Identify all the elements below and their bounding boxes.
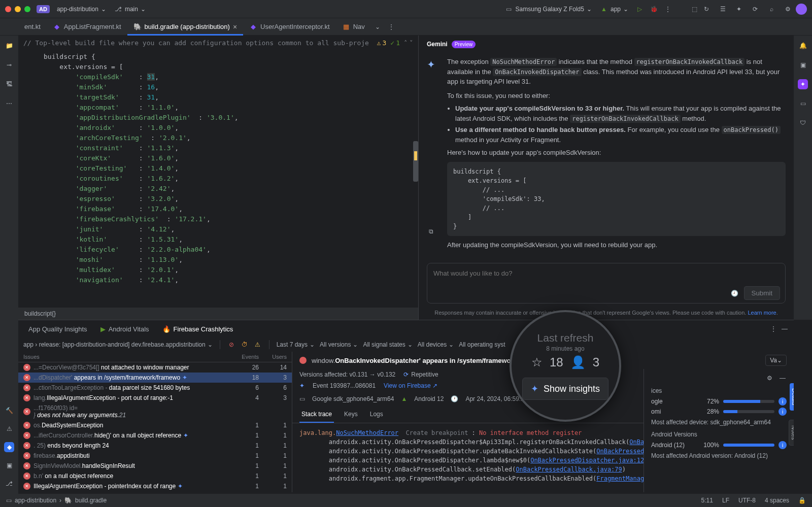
- build-icon[interactable]: 🔨: [4, 405, 14, 416]
- list-icon[interactable]: ☰: [719, 5, 727, 13]
- device-filter[interactable]: All devices ⌄: [418, 341, 454, 348]
- indent[interactable]: 4 spaces: [765, 497, 789, 504]
- check-count[interactable]: ✓1: [390, 39, 400, 47]
- info-icon[interactable]: i: [779, 441, 787, 449]
- structure-tool-icon[interactable]: 🏗: [4, 79, 14, 89]
- layout-inspector-icon[interactable]: ▣: [798, 60, 808, 70]
- issue-row[interactable]: ✕b.n' on a null object reference11: [18, 471, 292, 481]
- nav-up[interactable]: ˄: [404, 39, 408, 47]
- project-dropdown[interactable]: app-distribution⌄: [53, 4, 110, 15]
- readonly-icon[interactable]: 🔒: [798, 497, 806, 504]
- avatar[interactable]: [796, 4, 807, 15]
- terminal-icon[interactable]: ▣: [4, 460, 14, 470]
- view-firebase-link[interactable]: View on Firebase ↗: [384, 382, 437, 389]
- commit-tool-icon[interactable]: ⊸: [4, 60, 14, 70]
- panel-minimize[interactable]: —: [781, 325, 789, 333]
- tab-aqi[interactable]: App Quality Insights: [23, 322, 92, 336]
- panel-collapse-icon[interactable]: —: [779, 374, 787, 382]
- maximize-window[interactable]: [24, 6, 30, 12]
- debug-button[interactable]: 🐞: [650, 5, 658, 13]
- learn-more-link[interactable]: Learn more: [748, 310, 776, 316]
- issue-row[interactable]: ✕...dDispatcher' appears in /system/fram…: [18, 373, 292, 383]
- submit-button[interactable]: Submit: [744, 286, 780, 300]
- filter-anr[interactable]: ⚠: [254, 341, 262, 349]
- tab-nav[interactable]: ▦Nav: [336, 18, 371, 36]
- more-tools-icon[interactable]: ⋯: [4, 98, 14, 109]
- tab-keys[interactable]: Keys: [342, 407, 360, 423]
- tab-build-gradle[interactable]: 🐘build.gradle (app-distribution)×: [127, 18, 244, 36]
- info-icon[interactable]: i: [779, 408, 787, 416]
- tab-logs[interactable]: Logs: [368, 407, 385, 423]
- line-ending[interactable]: LF: [722, 497, 729, 504]
- device-manager-icon[interactable]: ▭: [798, 98, 808, 109]
- reload-icon[interactable]: ↻: [702, 5, 710, 13]
- sync-icon[interactable]: ⟳: [751, 5, 759, 13]
- issue-row[interactable]: ✕...ifierCursorController.hide()' on a n…: [18, 430, 292, 441]
- tab-applistfragment[interactable]: ◆AppListFragment.kt: [47, 18, 127, 36]
- more-actions[interactable]: ⋮: [664, 5, 672, 13]
- gemini-input[interactable]: [427, 263, 785, 283]
- issue-row[interactable]: ✕. 25) ends beyond length 2411: [18, 441, 292, 451]
- copy-icon[interactable]: ⧉: [429, 227, 433, 236]
- variant-dropdown[interactable]: Va⌄: [765, 355, 787, 366]
- tabs-more[interactable]: ⋮: [384, 19, 398, 35]
- aqi-icon[interactable]: ◆: [4, 442, 14, 452]
- history-icon[interactable]: 🕘: [731, 289, 739, 297]
- tab-vitals[interactable]: ▶Android Vitals: [95, 322, 154, 336]
- scrollbar[interactable]: [413, 141, 418, 182]
- inspect-icon[interactable]: ✦: [735, 5, 743, 13]
- issue-row[interactable]: ✕firebase.appdistributi11: [18, 451, 292, 461]
- project-tool-icon[interactable]: 📁: [4, 41, 14, 51]
- info-icon[interactable]: i: [779, 397, 787, 405]
- issue-row[interactable]: ✕lang.IllegalArgumentException - port ou…: [18, 393, 292, 403]
- filter-nonfatal[interactable]: ⏱: [241, 341, 249, 349]
- tab-stacktrace[interactable]: Stack trace: [299, 407, 334, 423]
- crumb-file[interactable]: build.gradle: [75, 497, 107, 504]
- emulator-icon[interactable]: 🛡: [798, 118, 808, 128]
- tab-ent[interactable]: ent.kt: [18, 18, 47, 36]
- search-icon[interactable]: ⌕: [767, 5, 775, 13]
- tab-crashlytics[interactable]: 🔥Firebase Crashlytics: [157, 322, 239, 336]
- device-selector[interactable]: ▭Samsung Galaxy Z Fold5⌄: [501, 3, 596, 15]
- code-breadcrumb[interactable]: buildscript{}: [18, 308, 418, 320]
- cursor-position[interactable]: 5:11: [701, 497, 713, 504]
- warning-count[interactable]: ⚠3: [377, 39, 387, 47]
- branch-dropdown[interactable]: ⎇main⌄: [110, 3, 150, 15]
- titlebar: AD app-distribution⌄ ⎇main⌄ ▭Samsung Gal…: [0, 0, 812, 18]
- code-with-me-icon[interactable]: ⬚: [690, 5, 698, 13]
- file-comment: // Top-level build file where you can ad…: [23, 39, 369, 47]
- code-area[interactable]: buildscript { ext.versions = [ 'compileS…: [18, 50, 418, 308]
- gemini-tool-icon[interactable]: ✦: [798, 79, 808, 89]
- issue-row[interactable]: ✕...ctionTooLargeException - data parcel…: [18, 383, 292, 393]
- filter-fatal[interactable]: ⊘: [227, 341, 235, 349]
- show-insights-button[interactable]: ✦Show insights: [522, 378, 608, 400]
- close-window[interactable]: [5, 6, 11, 12]
- panel-settings-icon[interactable]: ⚙: [765, 374, 773, 382]
- run-config[interactable]: ▲app⌄: [596, 3, 632, 15]
- time-filter[interactable]: Last 7 days ⌄: [277, 341, 315, 348]
- panel-more[interactable]: ⋮: [769, 325, 777, 333]
- issue-row[interactable]: ✕os.DeadSystemException11: [18, 420, 292, 430]
- settings-icon[interactable]: ⚙: [784, 5, 792, 13]
- details-tab[interactable]: Details: [790, 383, 794, 411]
- tab-useragent[interactable]: ◆UserAgentInterceptor.kt: [243, 18, 336, 36]
- crumb-project[interactable]: app-distribution: [15, 497, 56, 504]
- nav-down[interactable]: ˅: [410, 39, 413, 47]
- version-filter[interactable]: All versions ⌄: [320, 341, 358, 348]
- app-path-dropdown[interactable]: app › release: [app-distribution-android…: [23, 341, 213, 348]
- os-filter[interactable]: All operating syst: [459, 341, 505, 348]
- notifications-icon[interactable]: 🔔: [798, 41, 808, 51]
- issue-row[interactable]: ✕...f17660f03) id=} does not have any ar…: [18, 403, 292, 420]
- issue-row[interactable]: ✕SignInViewModel.handleSignInResult11: [18, 461, 292, 471]
- signal-filter[interactable]: All signal states ⌄: [363, 341, 412, 348]
- issue-row[interactable]: ✕...=DecorView@f3c754[] not attached to …: [18, 362, 292, 373]
- notes-tab[interactable]: Notes: [789, 420, 794, 446]
- close-tab-icon[interactable]: ×: [233, 23, 237, 31]
- tabs-dropdown[interactable]: ⌄: [371, 19, 384, 35]
- encoding[interactable]: UTF-8: [738, 497, 756, 504]
- vcs-icon[interactable]: ⎇: [4, 479, 14, 489]
- issue-row[interactable]: ✕IllegalArgumentException - pointerIndex…: [18, 481, 292, 491]
- run-button[interactable]: ▷: [635, 5, 644, 13]
- minimize-window[interactable]: [15, 6, 21, 12]
- problems-icon[interactable]: ⚠: [4, 424, 14, 434]
